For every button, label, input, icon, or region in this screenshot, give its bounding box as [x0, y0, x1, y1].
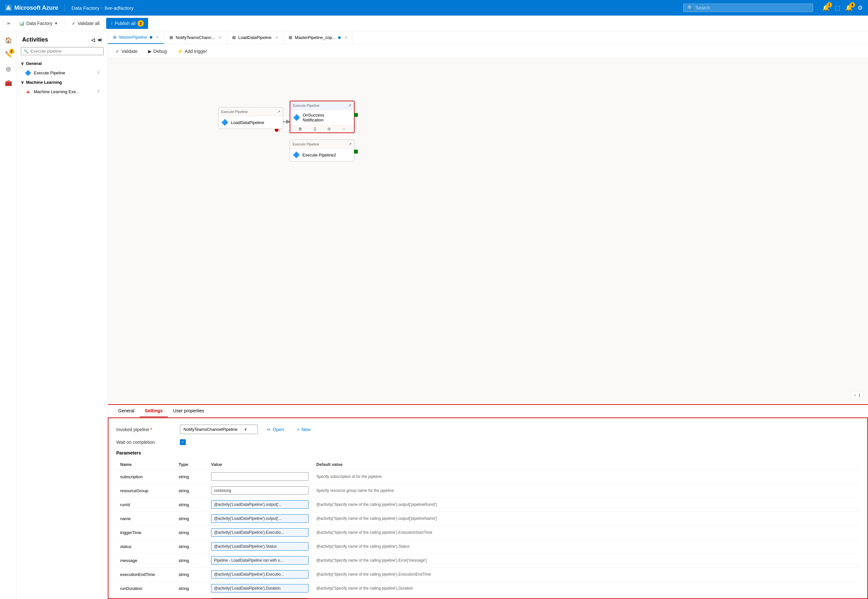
tab-close-2[interactable]: ✕	[275, 36, 278, 39]
add-trigger-label: Add trigger	[185, 49, 207, 54]
ml-execute-item[interactable]: 🔺 Machine Learning Exe... ⠿	[17, 87, 107, 97]
pipeline-box-load[interactable]: Execute Pipeline ↗ 🔷 LoadDataPipeline	[218, 107, 283, 129]
notifications-button[interactable]: 🔔1	[822, 4, 829, 11]
param-value-cell-7[interactable]	[207, 567, 312, 581]
param-value-cell-8[interactable]	[207, 581, 312, 595]
footer-copy-icon[interactable]: ⧉	[328, 126, 331, 131]
search-input[interactable]	[696, 5, 809, 11]
open-pipeline-button[interactable]: ✏ Open	[263, 425, 288, 434]
ml-section-header[interactable]: ∨ Machine Learning	[17, 78, 107, 87]
publish-all-button[interactable]: ↑ Publish all 2	[106, 18, 148, 29]
param-input-0[interactable]	[211, 473, 309, 481]
collapse-panel-icon[interactable]: ≪	[97, 37, 102, 42]
pipeline-box-exec2[interactable]: Execute Pipeline ↗ 🔷 Execute Pipeline2	[290, 140, 355, 161]
cloud-shell-button[interactable]: ⬚	[835, 4, 840, 11]
general-section-header[interactable]: ∨ General	[17, 59, 107, 68]
param-input-2[interactable]	[211, 500, 309, 509]
wait-checkbox[interactable]: ✓	[180, 439, 186, 445]
box1-body: 🔷 LoadDataPipeline	[219, 116, 283, 129]
search-bar: 🔍	[683, 4, 813, 12]
execute-pipeline-label: Execute Pipeline	[34, 71, 65, 75]
box1-external-icon[interactable]: ↗	[277, 110, 280, 114]
new-pipeline-button[interactable]: + New	[293, 425, 314, 434]
validate-button[interactable]: ✓ Validate	[113, 47, 140, 55]
data-factory-dropdown[interactable]: 📊 Data Factory ▼	[15, 18, 62, 28]
execute-pipeline-item[interactable]: 🔷 Execute Pipeline ⠿	[17, 68, 107, 78]
param-input-6[interactable]	[211, 556, 309, 564]
tab-close-3[interactable]: ✕	[345, 36, 347, 39]
box3-external-icon[interactable]: ↗	[348, 142, 352, 146]
footer-connect-icon[interactable]: ↔	[342, 126, 346, 131]
sidebar-toolbox[interactable]: 🧰	[2, 77, 15, 90]
box1-label: LoadDataPipeline	[231, 120, 264, 125]
param-input-1[interactable]	[211, 486, 309, 495]
param-input-4[interactable]	[211, 528, 309, 537]
param-value-cell-6[interactable]	[207, 554, 312, 567]
dropdown-chevron-icon: ▼	[241, 425, 258, 434]
dropdown-chevron: ▼	[54, 21, 58, 25]
tab-general[interactable]: General	[113, 405, 140, 417]
search-activities-input[interactable]	[30, 49, 101, 54]
box2-external-icon[interactable]: ↗	[348, 103, 351, 108]
secondary-toolbar: ≫ 📊 Data Factory ▼ ✓ Validate all ↑ Publ…	[0, 16, 868, 31]
param-row-5: statusstring@activity('Specify name of t…	[116, 540, 860, 554]
box2-body: 🔷 OnSuccessNotification	[290, 110, 354, 125]
param-value-cell-4[interactable]	[207, 526, 312, 540]
activities-header: Activities ◁ ≪	[17, 31, 107, 46]
param-value-cell-3[interactable]	[207, 512, 312, 526]
footer-delete-icon[interactable]: 🗑	[298, 126, 302, 131]
param-type-8: string	[175, 581, 207, 595]
tab-close-0[interactable]: ✕	[156, 35, 159, 39]
sidebar-edit[interactable]: ✏️2	[2, 48, 15, 61]
add-trigger-button[interactable]: ⚡ Add trigger	[175, 47, 209, 55]
plus-icon: +	[297, 427, 299, 432]
zoom-minus[interactable]: −	[854, 393, 856, 397]
box2-header: Execute Pipeline ↗	[290, 101, 354, 110]
param-input-8[interactable]	[211, 584, 309, 593]
alerts-button[interactable]: 🔔8	[845, 4, 852, 11]
col-type: Type	[175, 459, 207, 470]
param-default-9: Specify Team Webhook URL	[312, 595, 860, 599]
debug-button[interactable]: ▶ Debug	[145, 47, 170, 55]
sidebar-home[interactable]: 🏠	[2, 34, 15, 47]
param-row-7: executionEndTimestring@activity('Specify…	[116, 567, 860, 581]
param-value-cell-1[interactable]	[207, 484, 312, 498]
data-factory-label: Data Factory	[26, 21, 52, 26]
search-icon: 🔍	[687, 5, 693, 11]
footer-code-icon[interactable]: {}	[314, 126, 316, 131]
param-value-cell-9[interactable]	[207, 595, 312, 599]
publish-label: Publish all	[115, 21, 136, 26]
tab-settings[interactable]: Settings	[140, 405, 168, 417]
tab-master-pipeline[interactable]: ⊞ MasterPipeline ✕	[108, 31, 164, 44]
param-input-5[interactable]	[211, 542, 309, 551]
tab-master-copy[interactable]: ⊞ MasterPipeline_cop... ✕	[283, 31, 353, 44]
param-value-cell-2[interactable]	[207, 498, 312, 512]
pipeline-box-notify[interactable]: Execute Pipeline ↗ 🔷 OnSuccessNotificati…	[290, 101, 355, 133]
param-type-5: string	[175, 540, 207, 554]
tab-notify-teams[interactable]: ⊞ NotifyTeamsChann... ✕	[164, 31, 227, 44]
breadcrumb-data-factory[interactable]: Data Factory	[71, 5, 99, 11]
wait-completion-row: Wait on completion ✓	[116, 439, 860, 445]
param-default-2: @activity('Specify name of the calling p…	[312, 498, 860, 512]
brand-label: Microsoft Azure	[14, 5, 58, 11]
tab-dot-0	[150, 36, 152, 39]
param-row-0: subscriptionstringSpecify subscription i…	[116, 470, 860, 484]
param-value-cell-0[interactable]	[207, 470, 312, 484]
pipeline-canvas[interactable]: Execute Pipeline ↗ 🔷 LoadDataPipeline Ex…	[108, 59, 868, 404]
sidebar-monitor[interactable]: ◎	[2, 62, 15, 75]
expand-icon[interactable]: ≫	[5, 20, 12, 27]
tab-close-1[interactable]: ✕	[219, 36, 222, 39]
tab-label-1: NotifyTeamsChann...	[176, 35, 215, 40]
invoked-pipeline-dropdown[interactable]: NotifyTeamsChannelPipeline ▼	[180, 424, 258, 434]
tab-icon-0: ⊞	[113, 35, 117, 40]
param-value-cell-5[interactable]	[207, 540, 312, 554]
param-input-7[interactable]	[211, 570, 309, 579]
tab-load-data[interactable]: ⊞ LoadDataPipeline ✕	[227, 31, 284, 44]
execute-pipeline-icon: 🔷	[25, 70, 31, 76]
validate-all-button[interactable]: ✓ Validate all	[68, 18, 104, 28]
param-input-3[interactable]	[211, 514, 309, 523]
settings-button[interactable]: ⚙	[857, 4, 863, 11]
breadcrumb-instance[interactable]: live-adfactory	[105, 5, 133, 11]
collapse-icon[interactable]: ◁	[91, 37, 95, 42]
tab-user-properties[interactable]: User properties	[168, 405, 209, 417]
